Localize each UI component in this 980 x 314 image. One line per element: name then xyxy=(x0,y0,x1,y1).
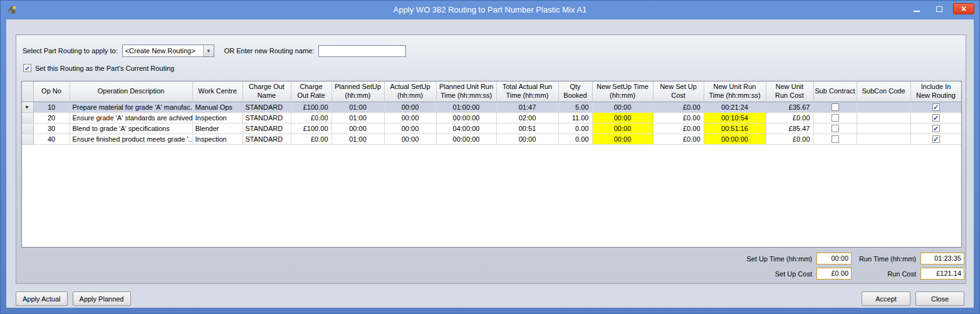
combobox-dropdown-icon[interactable]: ▾ xyxy=(203,45,214,56)
col-header-operation_description[interactable]: Operation Description xyxy=(70,81,192,102)
cell-include_in_new_routing[interactable]: ✓ xyxy=(910,102,961,112)
cell-include_in_new_routing[interactable]: ✓ xyxy=(910,123,961,133)
cell-new_unit_run_cost: £0.00 xyxy=(766,133,813,144)
cell-planned_setup: 00:00 xyxy=(331,123,384,133)
run-cost-label: Run Cost xyxy=(856,270,916,278)
col-header-new_unit_run_cost[interactable]: New Unit Run Cost xyxy=(766,81,813,102)
close-dialog-button[interactable]: Close xyxy=(915,291,964,306)
routing-combobox[interactable]: <Create New Routing> ▾ xyxy=(122,44,214,57)
include_in_new_routing-checkbox[interactable]: ✓ xyxy=(932,125,940,132)
cell-subcon_code xyxy=(857,112,910,123)
row-selector-header xyxy=(22,81,33,102)
cell-sub_contract[interactable] xyxy=(813,102,857,112)
cell-sub_contract[interactable] xyxy=(813,123,857,133)
row-selector-cell[interactable] xyxy=(22,112,33,123)
cell-op_no: 20 xyxy=(33,112,70,123)
grid-row[interactable]: 40Ensure finished product meets grade '.… xyxy=(22,133,961,144)
setup-cost-value: £0.00 xyxy=(816,268,852,280)
title-bar[interactable]: Apply WO 382 Routing to Part Number Plas… xyxy=(1,1,979,19)
cell-work_centre: Inspection xyxy=(192,133,242,144)
cell-charge_out_rate: £0.00 xyxy=(291,133,331,144)
close-icon: × xyxy=(961,4,966,13)
routing-grid-table: Op NoOperation DescriptionWork CentreCha… xyxy=(22,81,962,145)
cell-new_setup_time: 00:00 xyxy=(592,112,653,123)
cell-planned_setup: 01:00 xyxy=(331,102,384,112)
setup-time-value: 00:00 xyxy=(816,253,852,264)
col-header-new_unit_run_time[interactable]: New Unit Run Time (hh:mm:ss) xyxy=(704,81,766,102)
row-selector-cell[interactable]: ► xyxy=(22,102,33,112)
include_in_new_routing-checkbox[interactable]: ✓ xyxy=(932,135,940,143)
setup-cost-label: Set Up Cost xyxy=(746,270,812,278)
cell-total_actual_run_time: 01:47 xyxy=(496,102,558,112)
row-selector-cell[interactable] xyxy=(22,123,33,133)
cell-include_in_new_routing[interactable]: ✓ xyxy=(910,133,961,144)
cell-new_setup_cost: £0.00 xyxy=(653,123,704,133)
cell-include_in_new_routing[interactable]: ✓ xyxy=(910,112,961,123)
cell-planned_unit_run_time: 00:00:00 xyxy=(436,133,496,144)
sub_contract-checkbox[interactable] xyxy=(831,135,839,143)
include_in_new_routing-checkbox[interactable]: ✓ xyxy=(932,103,940,111)
cell-planned_unit_run_time: 00:00:00 xyxy=(436,112,496,123)
routing-combobox-value: <Create New Routing> xyxy=(123,47,203,55)
window-title: Apply WO 382 Routing to Part Number Plas… xyxy=(1,5,979,14)
cell-work_centre: Manual Ops xyxy=(192,102,242,112)
select-routing-label: Select Part Routing to apply to: xyxy=(23,47,118,55)
apply-planned-button[interactable]: Apply Planned xyxy=(73,291,131,306)
cell-charge_out_rate: £100.00 xyxy=(291,123,331,133)
summary-panel: Set Up Time (hh:mm) 00:00 Run Time (hh:m… xyxy=(746,253,964,280)
cell-work_centre: Blender xyxy=(192,123,242,133)
sub_contract-checkbox[interactable] xyxy=(831,103,839,111)
row-selector-cell[interactable] xyxy=(22,133,33,144)
col-header-qty_booked[interactable]: Qty Booked xyxy=(558,81,592,102)
col-header-new_setup_time[interactable]: New SetUp Time (hh:mm) xyxy=(592,81,653,102)
current-routing-check-row[interactable]: ✓ Set this Routing as the Part's Current… xyxy=(23,64,174,72)
routing-controls: Select Part Routing to apply to: <Create… xyxy=(23,44,406,57)
col-header-include_in_new_routing[interactable]: Include In New Routing xyxy=(910,81,961,102)
cell-qty_booked: 0.00 xyxy=(558,123,592,133)
include_in_new_routing-checkbox[interactable]: ✓ xyxy=(932,114,940,122)
col-header-planned_unit_run_time[interactable]: Planned Unit Run Time (hh:mm:ss) xyxy=(436,81,496,102)
run-cost-value: £121.14 xyxy=(920,268,964,280)
cell-planned_unit_run_time: 01:00:00 xyxy=(436,102,496,112)
cell-qty_booked: 5.00 xyxy=(558,102,592,112)
routing-grid[interactable]: Op NoOperation DescriptionWork CentreCha… xyxy=(21,81,962,248)
minimize-button[interactable] xyxy=(908,3,925,14)
current-routing-checkbox[interactable]: ✓ xyxy=(23,64,31,72)
grid-row[interactable]: 30Blend to grade 'A' specificationsBlend… xyxy=(22,123,961,133)
col-header-new_setup_cost[interactable]: New Set Up Cost xyxy=(653,81,704,102)
maximize-icon xyxy=(936,6,942,12)
close-button[interactable]: × xyxy=(953,3,974,14)
cell-subcon_code xyxy=(857,102,910,112)
col-header-charge_out_rate[interactable]: Charge Out Rate xyxy=(291,81,331,102)
grid-row[interactable]: ►10Prepare material for grade 'A' manufa… xyxy=(22,102,961,112)
cell-new_setup_cost: £0.00 xyxy=(653,112,704,123)
cell-actual_setup: 00:00 xyxy=(384,123,436,133)
run-time-label: Run Time (hh:mm) xyxy=(856,255,916,263)
maximize-button[interactable] xyxy=(930,3,947,14)
minimize-icon xyxy=(914,11,920,12)
accept-button[interactable]: Accept xyxy=(862,291,910,306)
setup-time-label: Set Up Time (hh:mm) xyxy=(746,255,812,263)
cell-new_setup_time: 00:00 xyxy=(592,133,653,144)
cell-charge_out_rate: £0.00 xyxy=(291,112,331,123)
or-enter-label: OR Enter new Routing name: xyxy=(224,47,315,55)
col-header-actual_setup[interactable]: Actual SetUp (hh:mm) xyxy=(384,81,436,102)
cell-subcon_code xyxy=(857,123,910,133)
grid-row[interactable]: 20Ensure grade 'A' standards are achived… xyxy=(22,112,961,123)
apply-actual-button[interactable]: Apply Actual xyxy=(16,291,68,306)
cell-sub_contract[interactable] xyxy=(813,112,857,123)
col-header-charge_out_name[interactable]: Charge Out Name xyxy=(242,81,291,102)
new-routing-name-input[interactable] xyxy=(318,45,406,57)
cell-new_setup_cost: £0.00 xyxy=(653,133,704,144)
col-header-total_actual_run_time[interactable]: Total Actual Run Time (hh:mm) xyxy=(496,81,558,102)
sub_contract-checkbox[interactable] xyxy=(831,114,839,122)
col-header-work_centre[interactable]: Work Centre xyxy=(192,81,242,102)
cell-sub_contract[interactable] xyxy=(813,133,857,144)
cell-planned_setup: 01:00 xyxy=(331,133,384,144)
col-header-subcon_code[interactable]: SubCon Code xyxy=(857,81,910,102)
sub_contract-checkbox[interactable] xyxy=(831,125,839,132)
cell-charge_out_name: STANDARD xyxy=(242,123,291,133)
col-header-sub_contract[interactable]: Sub Contract xyxy=(813,81,857,102)
col-header-planned_setup[interactable]: Planned SetUp (hh:mm) xyxy=(331,81,384,102)
col-header-op_no[interactable]: Op No xyxy=(33,81,70,102)
